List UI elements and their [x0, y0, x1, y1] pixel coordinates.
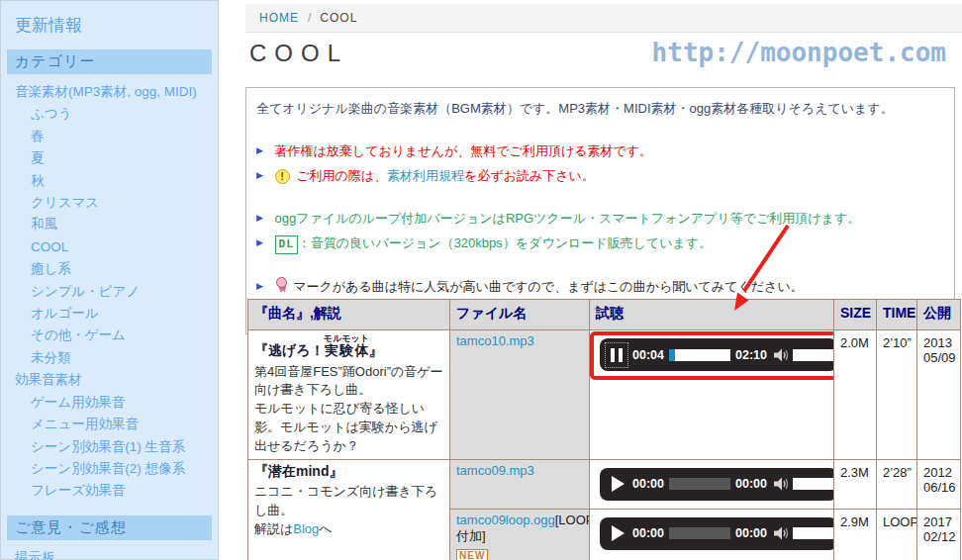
song-cell: 『逃げろ！実験体モルモット』 第4回音屋FES”踊Odori”の音ゲー向け書き下… — [248, 330, 450, 460]
sidebar-item-futsuu[interactable]: ふつう — [1, 103, 218, 125]
sidebar-item-healing[interactable]: 癒し系 — [1, 258, 218, 280]
volume-fill — [793, 349, 833, 361]
sidebar-title: 更新情報 — [1, 1, 218, 37]
sidebar-item-autumn[interactable]: 秋 — [1, 170, 218, 192]
song-description: ニコニ・コモンズ向け書き下ろし曲。 解説はBlogへ — [254, 483, 443, 539]
breadcrumb-separator: / — [308, 11, 311, 25]
audio-player: 00:04 02:10 — [600, 338, 834, 371]
blog-link[interactable]: Blog — [293, 521, 319, 536]
published-cell: 201305/09 — [917, 330, 961, 460]
sidebar-item-scene-sfx-2[interactable]: シーン別効果音(2) 想像系 — [1, 458, 218, 480]
notice-popular: ▶ マークがある曲は特に人気が高い曲ですので、まずはこの曲から聞いてみてください… — [256, 277, 944, 297]
sidebar-item-christmas[interactable]: クリスマス — [1, 192, 218, 214]
notice-usage: ▶ ! ご利用の際は、素材利用規程を必ずお読み下さい。 — [256, 166, 944, 186]
total-time: 02:10 — [735, 348, 767, 362]
volume-fill — [793, 527, 833, 539]
sidebar-item-menu-sfx[interactable]: メニュー用効果音 — [1, 414, 218, 435]
breadcrumb-home-link[interactable]: HOME — [259, 11, 299, 25]
published-cell: 201702/12 — [917, 509, 961, 560]
bullet-icon: ▶ — [256, 281, 263, 291]
sidebar-item-scene-sfx-1[interactable]: シーン別効果音(1) 生音系 — [1, 436, 218, 458]
volume-fill — [793, 478, 833, 490]
pause-icon — [609, 348, 625, 362]
volume-slider[interactable] — [793, 527, 834, 539]
col-header-time: TIME — [877, 300, 917, 330]
time-cell: 2’10” — [877, 330, 917, 460]
play-icon — [612, 525, 625, 541]
sidebar-item-other-game[interactable]: その他・ゲーム — [1, 325, 218, 346]
song-cell: 『潜在mind』 ニコニ・コモンズ向け書き下ろし曲。 解説はBlogへ — [248, 459, 450, 560]
filename-cell: tamco09loop.ogg[LOOP付加] NEW — [450, 509, 590, 560]
col-header-published: 公開 — [917, 300, 961, 330]
sidebar-item-wafuu[interactable]: 和風 — [1, 214, 218, 235]
play-button[interactable] — [606, 521, 627, 545]
bullet-icon: ▶ — [256, 145, 263, 155]
sidebar-item-simple-piano[interactable]: シンプル・ピアノ — [1, 281, 218, 303]
current-time: 00:00 — [632, 477, 664, 491]
file-link[interactable]: tamco09.mp3 — [456, 463, 534, 478]
col-header-filename: ファイル名 — [450, 300, 590, 330]
volume-slider[interactable] — [793, 478, 834, 490]
sidebar-item-board[interactable]: 掲示板 — [1, 547, 218, 560]
usage-terms-link[interactable]: 素材利用規程 — [387, 168, 464, 183]
table-row: 『逃げろ！実験体モルモット』 第4回音屋FES”踊Odori”の音ゲー向け書き下… — [248, 330, 961, 460]
sidebar-item-uncategorized[interactable]: 未分類 — [1, 347, 218, 369]
size-cell: 2.3M — [834, 459, 877, 509]
seek-bar[interactable] — [669, 527, 730, 539]
song-table: 『曲名』,解説 ファイル名 試聴 SIZE TIME 公開 『逃げろ！実験体モル… — [247, 299, 961, 560]
filename-cell: tamco09.mp3 — [450, 459, 590, 509]
sidebar-item-spring[interactable]: 春 — [1, 126, 218, 147]
col-header-size: SIZE — [834, 300, 877, 330]
col-header-song: 『曲名』,解説 — [248, 300, 450, 330]
sidebar-nav: 音楽素材(MP3素材, ogg, MIDI) ふつう 春 夏 秋 クリスマス 和… — [1, 81, 218, 503]
play-icon — [612, 476, 625, 492]
page-title: COOL — [249, 40, 348, 67]
song-title: 『潜在mind』 — [254, 463, 443, 481]
preview-cell: 00:00 00:00 — [590, 509, 834, 560]
play-button[interactable] — [606, 472, 627, 496]
notice-box: 全てオリジナル楽曲の音楽素材（BGM素材）です。MP3素材・MIDI素材・ogg… — [245, 87, 955, 334]
preview-cell: 00:00 00:00 — [590, 459, 834, 509]
warning-icon: ! — [275, 169, 290, 184]
published-cell: 201206/16 — [917, 459, 961, 509]
sidebar-item-cool[interactable]: COOL — [1, 236, 218, 258]
sidebar-category-header: カテゴリー — [7, 49, 212, 74]
audio-player: 00:00 00:00 — [600, 517, 834, 550]
notice-dl: ▶ DL：音質の良いバージョン（320kbps）をダウンロード販売しています。 — [256, 233, 944, 254]
current-time: 00:00 — [632, 526, 664, 540]
pause-button[interactable] — [606, 343, 627, 367]
breadcrumb: HOME / COOL — [245, 4, 962, 33]
total-time: 00:00 — [735, 477, 767, 491]
sidebar-item-phrase-sfx[interactable]: フレーズ効果音 — [1, 480, 218, 502]
volume-slider[interactable] — [793, 349, 834, 361]
time-cell: LOOP — [877, 509, 917, 560]
dl-badge: DL — [275, 235, 298, 254]
filename-cell: tamco10.mp3 — [450, 330, 590, 460]
table-header-row: 『曲名』,解説 ファイル名 試聴 SIZE TIME 公開 — [248, 300, 961, 330]
sidebar-item-game-sfx[interactable]: ゲーム用効果音 — [1, 392, 218, 414]
sidebar-item-sfx-materials[interactable]: 効果音素材 — [1, 369, 218, 391]
volume-icon — [774, 477, 790, 491]
volume-icon — [774, 348, 790, 362]
size-cell: 2.0M — [834, 330, 877, 460]
seek-played-fill — [669, 349, 675, 361]
sidebar-feedback-header: ご意見・ご感想 — [7, 515, 212, 540]
song-title: 『逃げろ！実験体モルモット』 — [254, 333, 443, 360]
seek-bar[interactable] — [669, 349, 730, 361]
bullet-icon: ▶ — [256, 213, 263, 223]
breadcrumb-current: COOL — [320, 11, 357, 25]
sidebar-item-music-materials[interactable]: 音楽素材(MP3素材, ogg, MIDI) — [1, 81, 218, 103]
size-cell: 2.9M — [834, 509, 877, 560]
sidebar-item-summer[interactable]: 夏 — [1, 147, 218, 169]
sidebar-item-orgel[interactable]: オルゴール — [1, 303, 218, 325]
file-link[interactable]: tamco09loop.ogg — [456, 513, 555, 527]
sidebar-feedback-nav: 掲示板 メールフォーム (報告・質問) — [1, 547, 218, 560]
volume-icon — [774, 526, 790, 540]
current-time: 00:04 — [632, 348, 664, 362]
audio-player: 00:00 00:00 — [600, 468, 834, 501]
file-link[interactable]: tamco10.mp3 — [456, 333, 534, 348]
popular-medal-icon — [275, 277, 288, 294]
page: 更新情報 カテゴリー 音楽素材(MP3素材, ogg, MIDI) ふつう 春 … — [0, 0, 962, 560]
notice-ogg: ▶ oggファイルのループ付加バージョンはRPGツクール・スマートフォンアプリ等… — [256, 209, 944, 229]
seek-bar[interactable] — [669, 478, 730, 490]
